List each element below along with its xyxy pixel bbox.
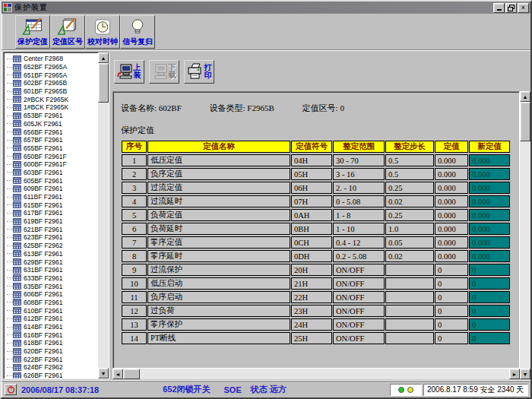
tree-item[interactable]: 609BF F2961: [7, 185, 98, 193]
tree-item[interactable]: 608BF F2961: [7, 299, 98, 307]
cell-step: [385, 305, 434, 317]
device-grid-icon: [13, 242, 21, 249]
restore-button[interactable]: [505, 3, 517, 13]
tree-item[interactable]: 610BF F2961: [7, 306, 98, 315]
signal-reset-button[interactable]: 信号复归: [120, 15, 155, 49]
tree-item[interactable]: 652BF F2965A: [7, 63, 98, 71]
device-name-value: 602BF: [159, 103, 182, 112]
zone-number-label: 定值区号:: [302, 103, 338, 112]
tree-item[interactable]: 613BF F2961: [7, 250, 98, 258]
cell-new-value[interactable]: 0.000: [469, 250, 510, 262]
main-hscroll-thumb[interactable]: [123, 369, 140, 379]
tree-item[interactable]: 601BF F2965B: [7, 87, 98, 96]
tree-item[interactable]: 623BF F2961: [7, 233, 98, 242]
tree-item[interactable]: 651BF F2965A: [7, 71, 98, 79]
device-grid-icon: [13, 283, 21, 290]
cell-setting-name: PT断线: [147, 332, 290, 344]
tree-item[interactable]: 655BF F2961: [7, 144, 98, 153]
status-lock-switch[interactable]: 652闭锁开关: [163, 384, 210, 395]
cell-new-value[interactable]: 0: [469, 277, 510, 290]
main-vertical-scrollbar[interactable]: ▲ ▼: [520, 91, 530, 379]
tree-item[interactable]: 650BF F2961F: [7, 152, 98, 160]
tree-item[interactable]: 622BF F2961: [7, 355, 98, 363]
scroll-up-icon[interactable]: ▲: [98, 52, 109, 63]
calibrate-clock-button[interactable]: 校对时钟: [85, 15, 120, 49]
tree-item[interactable]: 611BF F2961: [7, 193, 98, 201]
tree-scrollbar-thumb[interactable]: [98, 63, 109, 103]
cell-new-value[interactable]: 0.000: [469, 209, 510, 221]
tree-scrollbar[interactable]: ▲ ▼: [98, 52, 109, 378]
tree-item[interactable]: 620BF F2961: [7, 347, 98, 356]
tree-item[interactable]: 621BF F2961: [7, 225, 98, 233]
tree-item[interactable]: 616BF F2961: [7, 331, 98, 339]
cell-setting-name: 零序定值: [147, 236, 290, 249]
tree-item[interactable]: 656BF F2961: [7, 128, 98, 136]
tree-item[interactable]: 612BF F2961: [7, 315, 98, 323]
cell-setting-name: 过流保护: [147, 264, 290, 276]
device-grid-icon: [13, 291, 21, 298]
cell-new-value[interactable]: 0.000: [469, 168, 510, 180]
tree-item[interactable]: 1#BCK F2965K: [7, 103, 98, 112]
tree-item-label: 1#BCK F2965K: [24, 103, 68, 111]
download-button[interactable]: 下载: [149, 60, 179, 84]
scroll-down-icon[interactable]: ▼: [98, 368, 109, 378]
main-vscroll-thumb[interactable]: [520, 102, 530, 141]
cell-range: ON/OFF: [333, 318, 385, 331]
tree-item[interactable]: 600BF F2961F: [7, 160, 98, 169]
cell-new-value[interactable]: 0.000: [469, 182, 510, 194]
close-button[interactable]: ×: [518, 3, 529, 13]
power-button[interactable]: [5, 384, 17, 395]
tree-item[interactable]: 635BF F2961: [7, 282, 98, 290]
tree-item[interactable]: 618BF F2961: [7, 339, 98, 347]
tree-item[interactable]: 619BF F2961: [7, 217, 98, 226]
cell-new-value[interactable]: 0: [469, 305, 510, 317]
device-name-label: 设备名称:: [121, 103, 157, 112]
device-grid-icon: [13, 364, 21, 371]
zone-number-button[interactable]: 定值区号: [50, 15, 85, 49]
cell-new-value[interactable]: 0: [469, 291, 510, 303]
cell-new-value[interactable]: 0.000: [469, 154, 510, 166]
cell-setting-name: 零序保护: [147, 318, 290, 331]
tree-item[interactable]: 633BF F2961: [7, 274, 98, 283]
tree-item[interactable]: 615BF F2961: [7, 201, 98, 209]
minimize-button[interactable]: [493, 3, 505, 13]
scroll-left-icon[interactable]: ◄: [112, 369, 123, 379]
main-horizontal-scrollbar[interactable]: ◄ ►: [112, 369, 520, 379]
tree-item[interactable]: 631BF F2961: [7, 266, 98, 274]
tree-item[interactable]: 653BF F2961: [7, 112, 98, 120]
tree-item[interactable]: 617BF F2961: [7, 209, 98, 217]
cell-new-value[interactable]: 0: [469, 318, 510, 331]
tree-item[interactable]: 605JK F2961: [7, 120, 98, 128]
cell-symbol: 0AH: [291, 209, 332, 221]
tree-item[interactable]: 624BF F2962: [7, 363, 98, 372]
protection-settings-button[interactable]: 保护定值: [15, 15, 50, 49]
tree-item[interactable]: 625BF F2962: [7, 242, 98, 250]
tree-item[interactable]: Center F2968: [7, 55, 98, 63]
tree-item[interactable]: 605BF F2961: [7, 176, 98, 185]
scroll-up-icon[interactable]: ▲: [520, 91, 530, 102]
tree-item[interactable]: 2#BCK F2965K: [7, 95, 98, 103]
download-label: 下载: [169, 64, 178, 79]
tree-item[interactable]: 602BF F2965B: [7, 79, 98, 87]
tree-connector: [7, 253, 13, 254]
tree-item[interactable]: 657BF F2961: [7, 136, 98, 144]
tree-item[interactable]: 614BF F2961: [7, 323, 98, 331]
upload-button[interactable]: 上装: [114, 60, 144, 84]
cell-index: 11: [122, 291, 147, 303]
scroll-down-icon[interactable]: ▼: [520, 369, 530, 379]
scroll-right-icon[interactable]: ►: [509, 369, 520, 379]
cell-new-value[interactable]: 0: [469, 264, 510, 276]
tree-item[interactable]: 603BF F2961: [7, 169, 98, 177]
cell-new-value[interactable]: 0: [469, 332, 510, 344]
cell-step: 1.0: [385, 223, 434, 235]
cell-new-value[interactable]: 0.000: [469, 236, 510, 249]
cell-symbol: 21H: [291, 277, 332, 290]
tree-item[interactable]: 629BF F2961: [7, 258, 98, 266]
cell-new-value[interactable]: 0.000: [469, 223, 510, 235]
print-button[interactable]: 打印: [184, 60, 214, 84]
cell-new-value[interactable]: 0.000: [469, 195, 510, 207]
tree-item[interactable]: 606BF F2961: [7, 290, 98, 299]
status-mode: 状态 远方: [251, 384, 287, 395]
tree-item[interactable]: 626BF F2961: [7, 372, 98, 378]
status-soe[interactable]: SOE: [224, 385, 242, 394]
